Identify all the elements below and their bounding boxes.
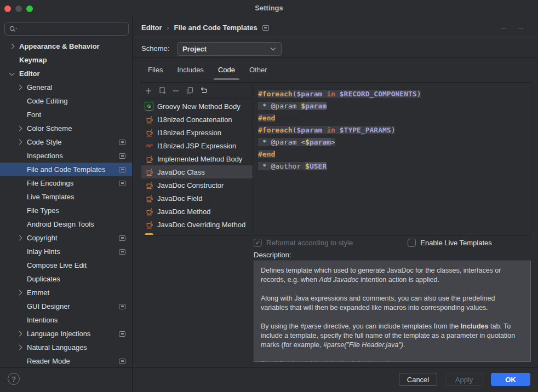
sidebar-item-label: Copyright bbox=[27, 234, 58, 242]
sidebar-item-compose-live-edit[interactable]: Compose Live Edit bbox=[0, 258, 132, 272]
sidebar-item-reader-mode[interactable]: Reader Mode bbox=[0, 354, 132, 368]
sidebar-item-editor[interactable]: Editor bbox=[0, 67, 132, 80]
template-list-pane: GGroovy New Method BodyI18nized Concaten… bbox=[141, 83, 253, 235]
sidebar-item-file-and-code-templates[interactable]: File and Code Templates bbox=[0, 163, 132, 176]
sidebar-item-natural-languages[interactable]: Natural Languages bbox=[0, 341, 132, 354]
javascript-file-icon: JS bbox=[145, 233, 153, 235]
ide-config-badge-icon bbox=[262, 25, 269, 31]
add-icon[interactable] bbox=[144, 87, 153, 95]
sidebar-item-file-encodings[interactable]: File Encodings bbox=[0, 176, 132, 190]
search-input[interactable] bbox=[19, 24, 124, 33]
sidebar-item-emmet[interactable]: Emmet bbox=[0, 286, 132, 299]
templates-panel: GGroovy New Method BodyI18nized Concaten… bbox=[141, 82, 531, 235]
tab-other[interactable]: Other bbox=[245, 65, 272, 78]
sidebar-item-label: File Types bbox=[27, 206, 59, 215]
sidebar-item-color-scheme[interactable]: Color Scheme bbox=[0, 122, 132, 135]
chevron-right-icon[interactable] bbox=[15, 344, 23, 351]
tab-includes[interactable]: Includes bbox=[173, 65, 208, 78]
back-arrow-icon[interactable]: ← bbox=[500, 22, 508, 32]
sidebar-item-file-types[interactable]: File Types bbox=[0, 204, 132, 217]
description-paragraph: Defines template which used to generate … bbox=[261, 266, 524, 285]
chevron-right-icon[interactable] bbox=[15, 234, 23, 242]
sidebar-item-live-templates[interactable]: Live Templates bbox=[0, 190, 132, 204]
question-icon: ? bbox=[12, 375, 15, 383]
sidebar-item-label: File and Code Templates bbox=[27, 165, 106, 174]
sidebar-item-label: Compose Live Edit bbox=[27, 261, 87, 269]
chevron-spacer bbox=[8, 56, 15, 64]
copy-icon[interactable] bbox=[185, 87, 194, 95]
chevron-spacer bbox=[15, 303, 23, 310]
template-item-i18nized-concatenation[interactable]: I18nized Concatenation bbox=[141, 113, 253, 126]
sidebar-item-language-injections[interactable]: Language Injections bbox=[0, 327, 132, 341]
cancel-button[interactable]: Cancel bbox=[399, 373, 437, 386]
reset-to-default-icon[interactable] bbox=[199, 87, 208, 95]
tab-files[interactable]: Files bbox=[144, 65, 167, 78]
create-from-template-icon[interactable] bbox=[158, 87, 167, 95]
sidebar-item-general[interactable]: General bbox=[0, 80, 132, 94]
sidebar-item-label: Reader Mode bbox=[27, 357, 70, 365]
sidebar-item-inspections[interactable]: Inspections bbox=[0, 149, 132, 163]
sidebar-item-code-style[interactable]: Code Style bbox=[0, 135, 132, 149]
sidebar-item-copyright[interactable]: Copyright bbox=[0, 231, 132, 245]
sidebar-item-label: Emmet bbox=[27, 289, 49, 297]
chevron-right-icon[interactable] bbox=[8, 43, 15, 50]
chevron-spacer bbox=[15, 248, 23, 256]
java-template-icon bbox=[145, 168, 153, 176]
chevron-right-icon[interactable] bbox=[15, 330, 23, 338]
sidebar-item-duplicates[interactable]: Duplicates bbox=[0, 272, 132, 286]
template-list: GGroovy New Method BodyI18nized Concaten… bbox=[141, 100, 253, 235]
sidebar-item-intentions[interactable]: Intentions bbox=[0, 313, 132, 327]
settings-window: Settings Appearance & BehaviorKeymapEdit… bbox=[0, 0, 538, 392]
sidebar-item-inlay-hints[interactable]: Inlay Hints bbox=[0, 245, 132, 258]
description-label: Description: bbox=[254, 251, 291, 259]
sidebar-item-label: Code Style bbox=[27, 138, 62, 146]
template-item-javadoc-method[interactable]: JavaDoc Method bbox=[141, 205, 253, 218]
help-button[interactable]: ? bbox=[8, 373, 20, 385]
java-template-icon bbox=[145, 194, 153, 203]
template-item-javadoc-overriding-method[interactable]: JavaDoc Overriding Method bbox=[141, 218, 253, 231]
chevron-right-icon[interactable] bbox=[15, 84, 23, 91]
template-item-javadoc-constructor[interactable]: JavaDoc Constructor bbox=[141, 178, 253, 192]
template-item-i18nized-jsp-expression[interactable]: JSPI18nized JSP Expression bbox=[141, 139, 253, 152]
chevron-down-icon bbox=[270, 47, 276, 51]
chevron-spacer bbox=[15, 275, 23, 283]
chevron-spacer bbox=[15, 358, 23, 365]
template-tabs: FilesIncludesCodeOther bbox=[144, 65, 271, 78]
sidebar-item-code-editing[interactable]: Code Editing bbox=[0, 94, 132, 108]
scheme-dropdown[interactable]: Project bbox=[177, 42, 282, 56]
template-editor[interactable]: #foreach($param in $RECORD_COMPONENTS) *… bbox=[253, 83, 531, 235]
chevron-down-icon[interactable] bbox=[8, 70, 15, 78]
sidebar-item-android-design-tools[interactable]: Android Design Tools bbox=[0, 217, 132, 231]
forward-arrow-icon[interactable]: → bbox=[516, 22, 525, 32]
sidebar-item-label: Keymap bbox=[19, 56, 47, 64]
tab-code[interactable]: Code bbox=[214, 65, 239, 78]
description-paragraph: Along with Java expressions and comments… bbox=[261, 294, 524, 313]
template-item-javascript-implemented-met[interactable]: JSJavaScript Implemented Met bbox=[141, 231, 253, 235]
sidebar-item-keymap[interactable]: Keymap bbox=[0, 53, 132, 67]
breadcrumb-editor[interactable]: Editor bbox=[141, 24, 162, 32]
sidebar-item-font[interactable]: Font bbox=[0, 108, 132, 122]
settings-search-field[interactable] bbox=[4, 22, 129, 36]
chevron-right-icon[interactable] bbox=[15, 125, 23, 132]
template-item-label: Groovy New Method Body bbox=[157, 102, 241, 111]
sidebar-item-label: Live Templates bbox=[27, 193, 74, 201]
template-item-javadoc-field[interactable]: JavaDoc Field bbox=[141, 192, 253, 205]
chevron-right-icon[interactable] bbox=[15, 139, 23, 146]
ok-button[interactable]: OK bbox=[491, 373, 530, 386]
template-item-groovy-new-method-body[interactable]: GGroovy New Method Body bbox=[141, 100, 253, 113]
live-templates-checkbox[interactable] bbox=[408, 239, 416, 247]
settings-tree: Appearance & BehaviorKeymapEditorGeneral… bbox=[0, 39, 132, 389]
template-item-i18nized-expression[interactable]: I18nized Expression bbox=[141, 126, 253, 139]
template-item-javadoc-class[interactable]: JavaDoc Class bbox=[141, 165, 253, 178]
remove-icon[interactable] bbox=[171, 87, 180, 95]
checkmark-icon: ✓ bbox=[255, 239, 260, 246]
template-item-label: JavaDoc Overriding Method bbox=[157, 221, 245, 229]
chevron-right-icon[interactable] bbox=[15, 289, 23, 297]
template-item-implemented-method-body[interactable]: Implemented Method Body bbox=[141, 152, 253, 165]
breadcrumb-current-page: File and Code Templates bbox=[174, 24, 257, 32]
apply-button: Apply bbox=[445, 373, 483, 386]
code-line: #foreach($param in $TYPE_PARAMS) bbox=[258, 124, 421, 136]
sidebar-item-gui-designer[interactable]: GUI Designer bbox=[0, 299, 132, 313]
sidebar-item-appearance-behavior[interactable]: Appearance & Behavior bbox=[0, 39, 132, 53]
sidebar-item-label: Inlay Hints bbox=[27, 247, 60, 256]
